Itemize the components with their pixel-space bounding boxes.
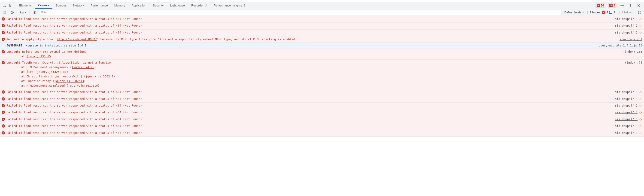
console-settings-gear-icon[interactable] <box>636 10 642 16</box>
url-link[interactable]: http://sia-drupal:8080/ <box>57 38 97 41</box>
source-location: sia-drupal/:1⟳ <box>615 17 642 22</box>
source-location: sia-drupal/:1⟳ <box>615 90 642 95</box>
console-message: Failed to load resource: the server resp… <box>6 103 610 108</box>
source-location: sia-drupal/:1⟳ <box>615 130 642 136</box>
console-message: Uncaught TypeError: jQuery(...).layerSli… <box>6 60 620 88</box>
reload-circle-icon: ⟳ <box>640 90 642 95</box>
row-icon-slot: ✕ <box>2 90 5 94</box>
stack-link[interactable]: (index):133:15 <box>26 54 51 58</box>
flask-icon: ⚗ <box>205 4 207 7</box>
error-circle-icon: ✕ <box>2 104 5 107</box>
source-link[interactable]: sia-drupal/:1 <box>615 23 638 28</box>
source-link[interactable]: (index):133 <box>623 50 642 54</box>
row-icon-slot: ✕ <box>2 131 5 134</box>
console-row[interactable]: JQMIGRATE: Migrate is installed, version… <box>0 42 644 49</box>
stack-frame: at Function.ready (jquery.js:3582:13) <box>6 79 620 84</box>
close-icon[interactable] <box>636 2 642 8</box>
tab-recorder[interactable]: Recorder⚗ <box>188 2 210 9</box>
live-expression-eye-icon[interactable] <box>32 10 38 16</box>
reload-circle-icon: ⟳ <box>640 124 642 129</box>
tab-elements[interactable]: Elements <box>16 2 35 9</box>
devtools-tab-bar: ElementsConsoleSourcesNetworkPerformance… <box>0 2 644 9</box>
console-row[interactable]: ✕Failed to load resource: the server res… <box>0 23 644 29</box>
console-message: Failed to load resource: the server resp… <box>6 130 610 135</box>
source-link[interactable]: sia-drupal/:1 <box>615 17 638 21</box>
device-toolbar-icon[interactable] <box>8 2 14 8</box>
stack-link[interactable]: jquery.js:3617:10 <box>68 84 98 87</box>
console-row[interactable]: ✕Failed to load resource: the server res… <box>0 102 644 109</box>
source-link[interactable]: (index):74 <box>625 60 642 65</box>
stack-link[interactable]: jquery.js:3232:31 <box>37 70 66 74</box>
console-message: Failed to load resource: the server resp… <box>6 17 610 21</box>
flask-icon: ⚗ <box>243 4 246 7</box>
svg-point-4 <box>630 4 630 4</box>
source-link[interactable]: sia-drupal/:1 <box>615 90 638 94</box>
source-location: sia-drupal/:1 <box>620 37 642 42</box>
tab-security[interactable]: Security <box>150 2 167 9</box>
console-row[interactable]: ✕Refused to apply style from 'http://sia… <box>0 36 644 42</box>
separator <box>17 10 17 14</box>
stack-link[interactable]: jquery.js:3362:7 <box>86 75 114 78</box>
error-circle-icon: ✕ <box>2 24 5 27</box>
more-vertical-icon[interactable] <box>627 2 633 8</box>
svg-rect-2 <box>11 5 12 7</box>
console-row[interactable]: ✕Failed to load resource: the server res… <box>0 116 644 123</box>
source-link[interactable]: sia-drupal/:1 <box>615 30 638 35</box>
levels-label: Default levels <box>564 11 581 14</box>
console-row[interactable]: ✕Uncaught TypeError: jQuery(...).layerSl… <box>0 60 644 89</box>
svg-point-10 <box>639 12 640 13</box>
source-location: jquery-migrate-1.4.1.js:23 <box>597 43 642 48</box>
info-badge-icon: 💬 <box>609 11 612 14</box>
source-link[interactable]: sia-drupal/:1 <box>615 110 638 115</box>
error-circle-icon: ✕ <box>2 90 5 94</box>
console-row[interactable]: ✕Failed to load resource: the server res… <box>0 96 644 102</box>
filter-input[interactable] <box>40 10 561 15</box>
console-row[interactable]: ✕Failed to load resource: the server res… <box>0 109 644 116</box>
source-location: sia-drupal/:1⟳ <box>615 30 642 35</box>
console-message: Failed to load resource: the server resp… <box>6 23 610 28</box>
source-location: (index):74 <box>625 60 642 65</box>
source-link[interactable]: sia-drupal/:1 <box>620 37 642 42</box>
source-link[interactable]: sia-drupal/:1 <box>615 124 638 128</box>
error-x-icon: ✕ <box>602 11 606 14</box>
source-link[interactable]: sia-drupal/:1 <box>615 96 638 101</box>
inspect-element-icon[interactable] <box>2 2 8 8</box>
console-row[interactable]: ✕Failed to load resource: the server res… <box>0 89 644 96</box>
tab-performance[interactable]: Performance <box>87 2 111 9</box>
source-link[interactable]: sia-drupal/:1 <box>615 130 638 135</box>
settings-gear-icon[interactable] <box>619 2 625 8</box>
console-row[interactable]: ✕Failed to load resource: the server res… <box>0 30 644 36</box>
tab-memory[interactable]: Memory <box>111 2 128 9</box>
context-selector[interactable]: top ▼ <box>19 10 28 14</box>
tab-sources[interactable]: Sources <box>52 2 70 9</box>
tab-application[interactable]: Application <box>128 2 150 9</box>
source-link[interactable]: sia-drupal/:1 <box>615 117 638 122</box>
tab-performance-insights[interactable]: Performance insights⚗ <box>210 2 249 9</box>
hidden-messages-label[interactable]: 1 hidden <box>619 11 635 14</box>
console-row[interactable]: ✕Uncaught ReferenceError: Drupal is not … <box>0 49 644 60</box>
source-location: (index):133 <box>623 50 642 54</box>
log-levels-selector[interactable]: Default levels ▼ <box>563 11 586 14</box>
console-row[interactable]: ✕Failed to load resource: the server res… <box>0 130 644 136</box>
console-row[interactable]: ✕Failed to load resource: the server res… <box>0 123 644 130</box>
error-counter-badge-2[interactable]: ✕ 4 <box>608 4 617 8</box>
tab-console[interactable]: Console <box>35 2 52 9</box>
issues-counter[interactable]: 7 Issues: ✕ 4 💬 3 <box>588 11 618 14</box>
reload-circle-icon: ⟳ <box>640 130 642 136</box>
row-icon-slot: ✕ <box>2 31 5 34</box>
console-message: Failed to load resource: the server resp… <box>6 117 610 122</box>
clear-console-icon[interactable] <box>9 10 15 16</box>
source-link[interactable]: sia-drupal/:1 <box>615 103 638 108</box>
toggle-sidebar-icon[interactable] <box>2 10 8 16</box>
tab-lighthouse[interactable]: Lighthouse <box>167 2 188 9</box>
source-location: sia-drupal/:1⟳ <box>615 124 642 129</box>
console-row[interactable]: ✕Failed to load resource: the server res… <box>0 16 644 23</box>
tab-network[interactable]: Network <box>70 2 88 9</box>
stack-frame: at fire (jquery.js:3232:31) <box>6 70 620 74</box>
error-circle-icon: ✕ <box>2 97 5 100</box>
source-link[interactable]: jquery-migrate-1.4.1.js:23 <box>597 43 642 48</box>
stack-link[interactable]: jquery.js:3582:13 <box>54 79 84 83</box>
stack-link[interactable]: (index):74:28 <box>72 66 94 69</box>
svg-point-3 <box>622 5 622 6</box>
error-counter-badge[interactable]: ✕ 26 <box>595 4 606 8</box>
